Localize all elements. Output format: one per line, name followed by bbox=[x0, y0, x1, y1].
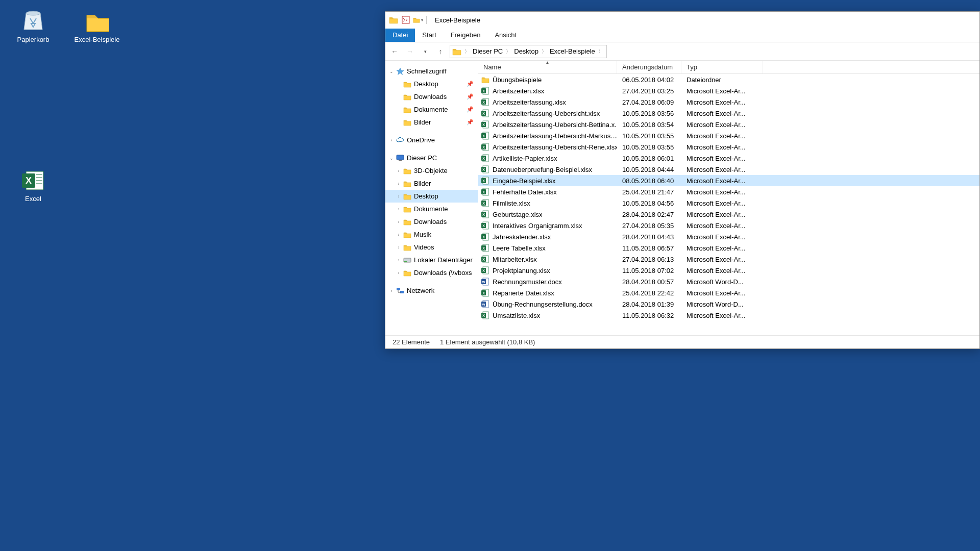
navigation-pane: ⌄ Schnellzugriff Desktop📌Downloads📌Dokum… bbox=[385, 61, 478, 335]
file-type: Microsoft Excel-Ar... bbox=[681, 267, 763, 274]
file-row[interactable]: Rechnungsmuster.docx28.04.2018 00:57Micr… bbox=[478, 276, 979, 287]
file-row[interactable]: Leere Tabelle.xlsx11.05.2018 06:57Micros… bbox=[478, 242, 979, 254]
tree-pc-item[interactable]: ›Desktop bbox=[385, 190, 478, 203]
tree-quick-item[interactable]: Downloads📌 bbox=[385, 90, 478, 103]
tree-quick-item[interactable]: Dokumente📌 bbox=[385, 103, 478, 116]
file-row[interactable]: Arbeitszeiterfassung-Uebersicht-Bettina.… bbox=[478, 119, 979, 130]
file-row[interactable]: Datenueberpruefung-Beispiel.xlsx10.05.20… bbox=[478, 164, 979, 175]
chevron-right-icon[interactable]: 〉 bbox=[505, 48, 512, 55]
qat-properties-icon[interactable] bbox=[401, 15, 411, 25]
breadcrumb-item[interactable]: Dieser PC bbox=[471, 47, 505, 55]
tab-freigeben[interactable]: Freigeben bbox=[444, 29, 488, 42]
chevron-right-icon[interactable]: 〉 bbox=[463, 48, 471, 55]
nav-up-button[interactable]: ↑ bbox=[434, 45, 447, 58]
chevron-right-icon[interactable]: › bbox=[396, 207, 402, 212]
tree-quick-access[interactable]: ⌄ Schnellzugriff bbox=[385, 65, 478, 78]
file-type: Microsoft Excel-Ar... bbox=[681, 256, 763, 263]
chevron-down-icon: ▾ bbox=[421, 18, 423, 22]
file-row[interactable]: Arbeitszeiterfassung-Uebersicht-Rene.xls… bbox=[478, 141, 979, 153]
chevron-right-icon[interactable]: › bbox=[396, 194, 402, 199]
chevron-right-icon[interactable]: › bbox=[396, 232, 402, 237]
tree-pc-item[interactable]: ›Bilder bbox=[385, 177, 478, 190]
qat-folder-icon[interactable]: ▾ bbox=[413, 15, 423, 25]
tree-onedrive[interactable]: › OneDrive bbox=[385, 134, 478, 146]
file-row[interactable]: Eingabe-Beispiel.xlsx08.05.2018 06:40Mic… bbox=[478, 175, 979, 186]
tree-pc-item[interactable]: ›Musik bbox=[385, 228, 478, 241]
file-row[interactable]: Übungsbeispiele06.05.2018 04:02Dateiordn… bbox=[478, 74, 979, 85]
file-row[interactable]: Arbeitszeiterfassung-Uebersicht.xlsx10.0… bbox=[478, 108, 979, 119]
tab-datei[interactable]: Datei bbox=[385, 29, 415, 42]
file-type: Microsoft Excel-Ar... bbox=[681, 87, 763, 95]
file-name: Datenueberpruefung-Beispiel.xlsx bbox=[493, 166, 592, 173]
chevron-right-icon[interactable]: › bbox=[388, 288, 395, 293]
app-folder-icon bbox=[388, 15, 399, 25]
file-name: Arbeitszeiterfassung-Uebersicht-Bettina.… bbox=[493, 121, 617, 129]
tree-network[interactable]: › Netzwerk bbox=[385, 284, 478, 297]
file-row[interactable]: Projektplanung.xlsx11.05.2018 07:02Micro… bbox=[478, 265, 979, 276]
file-row[interactable]: Filmliste.xlsx10.05.2018 04:56Microsoft … bbox=[478, 197, 979, 209]
desktop-icon-label: Excel bbox=[10, 195, 56, 203]
file-name: Reparierte Datei.xlsx bbox=[493, 289, 554, 297]
file-name: Arbeitszeiterfassung.xlsx bbox=[493, 98, 566, 106]
chevron-right-icon[interactable]: › bbox=[396, 168, 402, 173]
star-icon bbox=[396, 67, 405, 76]
tree-pc-item[interactable]: ›Dokumente bbox=[385, 203, 478, 215]
chevron-right-icon[interactable]: › bbox=[388, 138, 395, 143]
column-header-date[interactable]: Änderungsdatum bbox=[617, 61, 681, 73]
file-row[interactable]: Fehlerhafte Datei.xlsx25.04.2018 21:47Mi… bbox=[478, 186, 979, 197]
file-row[interactable]: Geburtstage.xlsx28.04.2018 02:47Microsof… bbox=[478, 209, 979, 220]
chevron-down-icon[interactable]: ⌄ bbox=[388, 156, 395, 161]
nav-back-button[interactable]: ← bbox=[388, 45, 401, 58]
chevron-right-icon[interactable]: › bbox=[396, 181, 402, 186]
file-row[interactable]: Arbeitszeiten.xlsx27.04.2018 03:25Micros… bbox=[478, 85, 979, 96]
xlsx-icon bbox=[481, 177, 489, 185]
file-row[interactable]: Interaktives Organigramm.xlsx27.04.2018 … bbox=[478, 220, 979, 231]
file-date: 08.05.2018 06:40 bbox=[617, 177, 681, 185]
tree-pc-item[interactable]: ›Downloads bbox=[385, 215, 478, 228]
tree-this-pc[interactable]: ⌄ Dieser PC bbox=[385, 152, 478, 164]
chevron-right-icon[interactable]: › bbox=[396, 270, 402, 276]
file-row[interactable]: Arbeitszeiterfassung-Uebersicht-Markus..… bbox=[478, 130, 979, 141]
ribbon-tabs: Datei Start Freigeben Ansicht bbox=[385, 28, 979, 42]
column-header-type[interactable]: Typ bbox=[681, 61, 763, 73]
breadcrumb-item[interactable]: Excel-Beispiele bbox=[548, 47, 597, 55]
tab-ansicht[interactable]: Ansicht bbox=[487, 29, 524, 42]
file-row[interactable]: Jahreskalender.xlsx28.04.2018 04:43Micro… bbox=[478, 231, 979, 242]
file-name: Projektplanung.xlsx bbox=[493, 267, 550, 274]
chevron-right-icon[interactable]: 〉 bbox=[597, 48, 604, 55]
nav-recent-dropdown[interactable]: ▾ bbox=[419, 45, 431, 58]
chevron-right-icon[interactable]: › bbox=[396, 245, 402, 250]
file-row[interactable]: Reparierte Datei.xlsx25.04.2018 22:42Mic… bbox=[478, 287, 979, 298]
folder-icon bbox=[403, 230, 412, 239]
tree-pc-item[interactable]: ›Videos bbox=[385, 241, 478, 254]
breadcrumb[interactable]: 〉 Dieser PC 〉 Desktop 〉 Excel-Beispiele … bbox=[450, 45, 607, 58]
tree-pc-item[interactable]: ›Downloads (\\vboxs bbox=[385, 266, 478, 279]
file-row[interactable]: Übung-Rechnungserstellung.docx28.04.2018… bbox=[478, 298, 979, 310]
desktop-icon-folder-excel-beispiele[interactable]: Excel-Beispiele bbox=[74, 9, 120, 43]
chevron-right-icon[interactable]: 〉 bbox=[541, 48, 548, 55]
desktop-icon-excel[interactable]: Excel bbox=[10, 168, 56, 203]
chevron-down-icon[interactable]: ⌄ bbox=[388, 69, 395, 74]
tree-quick-item[interactable]: Bilder📌 bbox=[385, 116, 478, 129]
tree-label: Dokumente bbox=[414, 205, 448, 213]
window-titlebar[interactable]: ▾ Excel-Beispiele bbox=[385, 12, 979, 28]
desktop-icon-recycle-bin[interactable]: Papierkorb bbox=[10, 9, 56, 43]
file-date: 11.05.2018 07:02 bbox=[617, 267, 681, 274]
tab-start[interactable]: Start bbox=[415, 29, 443, 42]
file-date: 11.05.2018 06:57 bbox=[617, 244, 681, 252]
file-row[interactable]: Artikelliste-Papier.xlsx10.05.2018 06:01… bbox=[478, 153, 979, 164]
tree-pc-item[interactable]: ›3D-Objekte bbox=[385, 164, 478, 177]
tree-quick-item[interactable]: Desktop📌 bbox=[385, 78, 478, 90]
file-row[interactable]: Arbeitszeiterfassung.xlsx27.04.2018 06:0… bbox=[478, 96, 979, 108]
xlsx-icon bbox=[481, 165, 489, 173]
file-row[interactable]: Mitarbeiter.xlsx27.04.2018 06:13Microsof… bbox=[478, 254, 979, 265]
breadcrumb-item[interactable]: Desktop bbox=[512, 47, 541, 55]
tree-pc-item[interactable]: ›Lokaler Datenträger bbox=[385, 254, 478, 266]
file-date: 27.04.2018 03:25 bbox=[617, 87, 681, 95]
column-header-name[interactable]: ▲ Name bbox=[478, 61, 617, 73]
file-row[interactable]: Umsatzliste.xlsx11.05.2018 06:32Microsof… bbox=[478, 310, 979, 321]
chevron-right-icon[interactable]: › bbox=[396, 219, 402, 224]
folder-icon bbox=[403, 256, 412, 265]
tree-label: Dokumente bbox=[414, 106, 448, 113]
chevron-right-icon[interactable]: › bbox=[396, 258, 402, 263]
